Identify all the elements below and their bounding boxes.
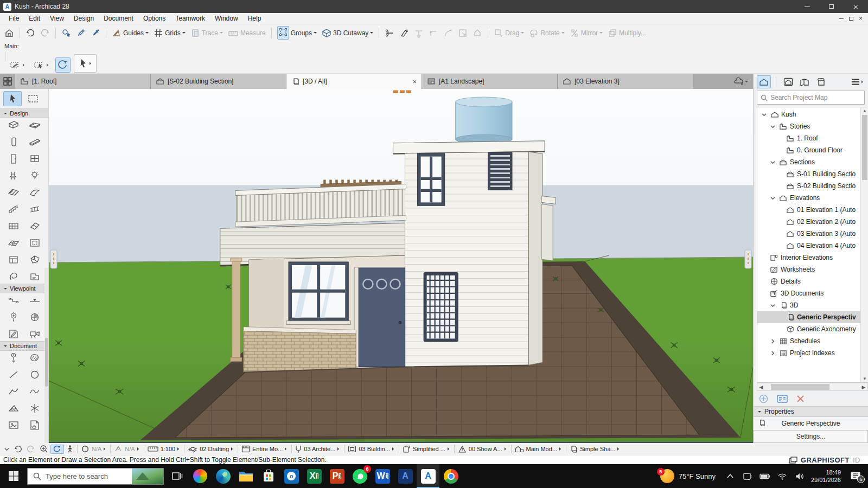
guides-dropdown-icon[interactable] (145, 32, 149, 35)
tab-list-dropdown-icon[interactable] (745, 81, 748, 84)
fill-tool-icon[interactable] (27, 352, 43, 364)
taskbar-search-input[interactable] (46, 472, 127, 480)
task-view-button[interactable] (166, 464, 189, 488)
resize-button[interactable] (456, 27, 470, 39)
app-a-icon[interactable]: A (394, 464, 417, 488)
microsoft-store-icon[interactable] (257, 464, 280, 488)
tree-item-s02[interactable]: S-02 Building Sectio (757, 180, 860, 192)
arrow-tool[interactable] (74, 54, 97, 73)
find-select-button[interactable] (59, 27, 73, 39)
forward-button[interactable] (24, 445, 37, 453)
scroll-up-icon[interactable]: ▲ (861, 107, 868, 114)
tab-3d-all[interactable]: [3D / All] × (286, 74, 422, 89)
menu-design[interactable]: Design (69, 14, 98, 23)
trim-button[interactable] (412, 27, 426, 39)
tab-building-section[interactable]: [S-02 Building Section] (151, 74, 286, 89)
scroll-down-icon[interactable]: ▼ (861, 375, 868, 382)
tab-list-button[interactable] (729, 74, 753, 89)
groups-button[interactable]: Groups (275, 25, 319, 41)
whatsapp-icon[interactable]: 6 (348, 464, 371, 488)
toolbox-section-viewpoint[interactable]: Viewpoint (0, 284, 48, 293)
inject-parameters-button[interactable] (88, 27, 103, 39)
right-palette-handle[interactable] (745, 250, 751, 268)
worksheet-tool-icon[interactable] (5, 328, 22, 340)
column-tool-icon[interactable] (5, 136, 22, 148)
tree-item-ground-floor[interactable]: 0. Ground Floor (757, 144, 860, 156)
redo-button[interactable] (38, 27, 52, 39)
delete-icon[interactable] (796, 395, 805, 403)
stair-tool-icon[interactable] (5, 203, 22, 215)
pick-up-parameters-button[interactable] (74, 27, 88, 39)
tree-horizontal-scrollbar[interactable]: ◀ ▶ (757, 383, 868, 391)
model-view-options-selector[interactable]: 03 Buildin... (346, 445, 397, 453)
project-map-search[interactable] (757, 91, 865, 105)
tree-item-elevation1[interactable]: 01 Elevation 1 (Auto (757, 204, 860, 216)
maximize-button[interactable] (819, 0, 844, 13)
3d-style-selector[interactable]: Simple Sha... (567, 445, 623, 453)
project-map-button[interactable] (757, 75, 771, 88)
settings-card-icon[interactable] (777, 395, 788, 403)
menu-view[interactable]: View (46, 14, 68, 23)
cutaway-dropdown-icon[interactable] (370, 32, 373, 35)
tree-item-details[interactable]: Details (757, 275, 860, 287)
chevron-down-icon[interactable] (769, 196, 776, 201)
toolbox-section-design[interactable]: Design (0, 108, 48, 118)
tree-item-3d-documents[interactable]: 3D Documents (757, 287, 860, 299)
object-tool-icon[interactable] (5, 170, 22, 182)
chevron-down-icon[interactable] (769, 303, 776, 308)
flyout-arrow-icon[interactable] (47, 63, 50, 67)
start-button[interactable] (2, 464, 25, 488)
door-tool-icon[interactable] (5, 153, 22, 165)
doc-close-icon[interactable]: × (859, 15, 863, 22)
close-button[interactable]: × (844, 0, 868, 13)
drawing-tool-icon[interactable] (27, 419, 43, 431)
mirror-button[interactable]: Mirror (567, 27, 605, 39)
navigator-menu-button[interactable] (851, 78, 865, 86)
sun-position-button[interactable]: N/A (112, 445, 142, 453)
toolbox-scrollbar[interactable] (44, 268, 48, 443)
doc-restore-icon[interactable] (849, 17, 853, 21)
tree-item-sections[interactable]: Sections (757, 156, 860, 168)
explode-button[interactable] (470, 27, 484, 39)
menu-edit[interactable]: Edit (24, 14, 44, 23)
layout-book-button[interactable] (797, 75, 812, 88)
trace-button[interactable]: Trace (188, 27, 225, 39)
beam-tool-icon[interactable] (27, 136, 43, 148)
tree-item-interior-elevations[interactable]: Interior Elevations (757, 252, 860, 264)
fillet-button[interactable] (441, 27, 455, 39)
view-map-button[interactable] (781, 75, 795, 88)
tree-item-elevation4[interactable]: 04 Elevation 4 (Auto (757, 240, 860, 252)
collapse-chevron-icon[interactable] (2, 447, 11, 452)
dimension-tool-icon[interactable] (5, 352, 22, 364)
taskbar-search[interactable] (27, 468, 164, 485)
menu-help[interactable]: Help (244, 14, 266, 23)
tree-item-generic-perspective[interactable]: Generic Perspectiv (757, 311, 860, 323)
orbit-tool[interactable] (55, 57, 71, 73)
chrome-icon[interactable] (439, 464, 462, 488)
tree-item-worksheets[interactable]: Worksheets (757, 264, 860, 275)
add-viewpoint-icon[interactable] (759, 394, 768, 403)
scale-selector[interactable]: 1:100 (145, 446, 183, 452)
file-explorer-icon[interactable] (234, 464, 257, 488)
explore-walk-button[interactable] (64, 445, 76, 453)
shell-tool-icon[interactable] (27, 187, 43, 198)
menu-teamwork[interactable]: Teamwork (171, 14, 209, 23)
drag-dropdown-icon[interactable] (521, 32, 524, 35)
drag-button[interactable]: Drag (492, 27, 526, 39)
tree-item-3d[interactable]: 3D (757, 299, 860, 311)
structure-display-selector[interactable]: Entire Mo... (239, 445, 290, 453)
layer-combination-selector[interactable]: 02 Drafting (186, 445, 237, 453)
scroll-right-icon[interactable]: ▶ (860, 384, 867, 390)
renovation-filter-selector[interactable]: 00 Show A... (456, 445, 510, 453)
measure-button[interactable]: 12 Measure (226, 27, 268, 39)
edge-icon[interactable] (212, 464, 234, 488)
hidden-icons-chevron[interactable] (724, 474, 736, 478)
back-button[interactable] (11, 445, 24, 453)
tab-roof[interactable]: [1. Roof] (15, 74, 151, 89)
taskbar-clock[interactable]: 18:49 29/01/2026 (811, 468, 841, 484)
tree-item-schedules[interactable]: Schedules (757, 335, 860, 347)
toolbox-section-document[interactable]: Document (0, 341, 48, 351)
section-tool-icon[interactable] (5, 294, 22, 306)
tree-vertical-scrollbar[interactable]: ▲ ▼ (860, 107, 868, 382)
tree-item-project-indexes[interactable]: Project Indexes (757, 347, 860, 359)
